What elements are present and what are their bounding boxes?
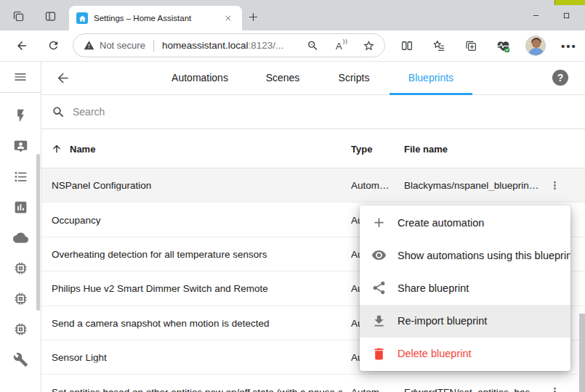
- cloud-icon: [13, 230, 28, 245]
- window-maximize-button[interactable]: [557, 9, 576, 22]
- favorite-star-icon[interactable]: [363, 39, 375, 52]
- tab-automations[interactable]: Automations: [172, 72, 228, 83]
- chip-icon: [13, 322, 28, 337]
- zoom-out-icon[interactable]: [307, 39, 319, 52]
- sidebar-item-chip[interactable]: [0, 253, 41, 283]
- read-aloud-icon[interactable]: [336, 40, 348, 51]
- workspaces-icon[interactable]: [12, 10, 25, 23]
- menu-item-create-automation[interactable]: Create automation: [360, 206, 570, 239]
- browser-toolbar: Not secure homeassistant.local :8123/...: [0, 30, 585, 62]
- help-icon[interactable]: ?: [552, 70, 568, 86]
- tab-scripts[interactable]: Scripts: [339, 72, 370, 83]
- url-port-path[interactable]: :8123/...: [248, 40, 283, 51]
- chart-box-icon: [13, 200, 28, 215]
- row-name: Set entities based on other entities new…: [52, 386, 342, 392]
- context-menu-item-label: Show automations using this blueprint: [398, 250, 570, 261]
- collections-icon[interactable]: [464, 39, 477, 52]
- new-tab-icon[interactable]: [248, 12, 259, 23]
- chip-icon: [13, 261, 28, 276]
- account-badge-icon: [13, 139, 28, 154]
- avatar-face: [532, 39, 541, 48]
- row-type: Autom…: [351, 386, 396, 392]
- window-minimize-button[interactable]: [526, 9, 545, 22]
- row-overflow-menu-icon[interactable]: [548, 179, 561, 192]
- tab-actions-icon[interactable]: [44, 10, 57, 23]
- browser-essentials-icon[interactable]: [496, 39, 510, 53]
- url-host[interactable]: homeassistant.local: [162, 40, 249, 51]
- flash-icon: [13, 108, 28, 123]
- sidebar-item-chip[interactable]: [0, 314, 41, 344]
- sidebar-menu-button[interactable]: [0, 62, 41, 93]
- column-header-name[interactable]: Name: [70, 143, 95, 154]
- sidebar-scrollbar-thumb[interactable]: [36, 154, 40, 311]
- context-menu-item-label: Create automation: [398, 217, 484, 229]
- browser-refresh-icon[interactable]: [47, 39, 60, 52]
- blueprint-context-menu: Create automation Show automations using…: [360, 205, 570, 371]
- share-icon: [371, 280, 387, 296]
- menu-item-delete-blueprint[interactable]: Delete blueprint: [360, 338, 570, 370]
- row-name: Philips Hue v2 Smart Dimmer Switch and R…: [52, 283, 268, 294]
- tab-blueprints[interactable]: Blueprints: [408, 72, 453, 83]
- home-assistant-app: AutomationsScenesScriptsBlueprints ? Nam…: [0, 62, 585, 392]
- chip-icon: [13, 322, 28, 337]
- favorites-hub-icon[interactable]: [432, 39, 445, 52]
- sidebar-item-flash[interactable]: [0, 100, 41, 131]
- download-icon: [371, 314, 387, 329]
- browser-back-icon[interactable]: [15, 39, 28, 52]
- sidebar-item-chart-box[interactable]: [0, 192, 41, 222]
- search-row: [41, 95, 585, 129]
- profile-avatar[interactable]: [525, 36, 546, 56]
- table-row[interactable]: NSPanel Configuration Autom… Blackymas/n…: [41, 168, 585, 203]
- trash-icon: [371, 346, 387, 362]
- tab-scenes[interactable]: Scenes: [266, 72, 300, 83]
- context-menu-item-label: Share blueprint: [398, 282, 469, 294]
- address-divider: [153, 40, 154, 52]
- row-file-name: EdwardTFN/set_entities_bas…: [404, 386, 546, 392]
- tab-title: Settings – Home Assistant: [94, 14, 222, 23]
- sidebar-item-cloud[interactable]: [0, 222, 41, 253]
- column-header-file-name[interactable]: File name: [404, 143, 448, 154]
- row-name: Send a camera snapshot when motion is de…: [52, 317, 269, 328]
- active-tab-underline: [390, 93, 472, 95]
- table-row[interactable]: Set entities based on other entities new…: [41, 375, 585, 392]
- wrench-icon: [13, 352, 28, 367]
- share-icon: [371, 280, 387, 295]
- security-status-label[interactable]: Not secure: [100, 40, 145, 51]
- browser-tab-settings-home-assistant[interactable]: Settings – Home Assistant: [69, 6, 242, 30]
- menu-item-re-import-blueprint[interactable]: Re-import blueprint: [360, 305, 570, 338]
- column-header-type[interactable]: Type: [351, 143, 372, 154]
- eye-icon: [371, 248, 387, 264]
- context-menu-item-label: Re-import blueprint: [398, 315, 487, 327]
- more-options-icon[interactable]: •••: [561, 40, 577, 52]
- sort-ascending-icon: [51, 143, 62, 155]
- row-overflow-menu-icon[interactable]: [548, 385, 561, 392]
- menu-item-show-automations-using-this-blueprint[interactable]: Show automations using this blueprint: [360, 239, 570, 271]
- sidebar-items: [0, 93, 41, 375]
- tab-close-icon[interactable]: [222, 12, 235, 25]
- sidebar-item-account-badge[interactable]: [0, 131, 41, 161]
- cloud-icon: [13, 230, 28, 245]
- chip-icon: [13, 291, 28, 306]
- hamburger-menu-icon: [13, 70, 28, 84]
- sidebar-item-list[interactable]: [0, 161, 41, 192]
- eye-icon: [371, 248, 387, 263]
- sidebar-item-chip[interactable]: [0, 283, 41, 314]
- row-name: Sensor Light: [52, 352, 107, 363]
- main-scrollbar-thumb[interactable]: [579, 314, 585, 392]
- trash-icon: [371, 346, 387, 362]
- menu-item-share-blueprint[interactable]: Share blueprint: [360, 271, 570, 304]
- browser-window: Settings – Home Assistant Not secur: [0, 0, 585, 392]
- search-input[interactable]: [73, 106, 585, 118]
- address-bar[interactable]: Not secure homeassistant.local :8123/...: [73, 33, 385, 57]
- sidebar-item-wrench[interactable]: [0, 344, 41, 375]
- row-name: NSPanel Configuration: [52, 180, 151, 191]
- account-badge-icon: [13, 139, 28, 154]
- screen-edge-indicator: [554, 0, 585, 5]
- split-screen-icon[interactable]: [400, 39, 413, 52]
- back-arrow-icon[interactable]: [55, 70, 70, 86]
- avatar-shirt: [528, 48, 544, 56]
- flash-icon: [13, 108, 28, 123]
- table-header: Name Type File name: [41, 129, 585, 168]
- chart-box-icon: [13, 200, 28, 215]
- ha-header: AutomationsScenesScriptsBlueprints ?: [41, 62, 585, 95]
